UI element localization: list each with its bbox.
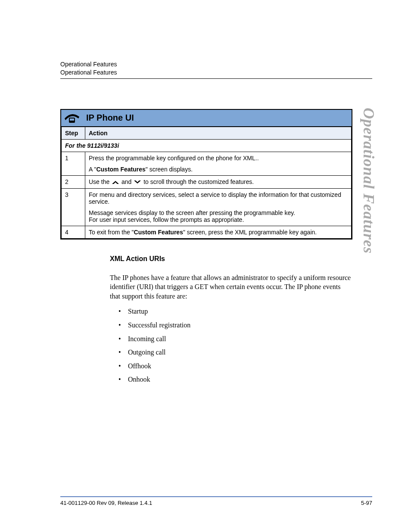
step-num: 2 [62,175,85,188]
list-item: Incoming call [118,334,351,344]
step-action: To exit from the "Custom Features" scree… [85,226,352,239]
phone-icon [64,112,81,124]
step-num: 3 [62,189,85,226]
down-arrow-icon [133,179,142,186]
table-row: 1 Press the programmable key configured … [62,152,352,175]
table-subheader-row: For the 9112i/9133i [62,139,352,152]
page-header: Operational Features Operational Feature… [60,60,372,79]
header-line-1: Operational Features [60,60,372,68]
footer-right: 5-97 [361,500,372,506]
step-action: Press the programmable key configured on… [85,152,352,175]
step-action: For menu and directory services, select … [85,189,352,226]
action-text: Press the programmable key configured on… [89,155,348,162]
action-text: A "Custom Features" screen displays. [89,166,348,173]
list-item: Offhook [118,361,351,371]
ip-phone-ui-title-bar: IP Phone UI [61,110,352,127]
col-action: Action [85,127,352,139]
content-body: XML Action URIs The IP phones have a fea… [110,254,351,384]
paragraph: The IP phones have a feature that allows… [110,273,351,301]
header-line-2: Operational Features [60,68,372,77]
step-num: 1 [62,152,85,175]
steps-table: Step Action For the 9112i/9133i 1 Press … [61,127,352,239]
step-action: Use the and to scroll through the custom… [85,175,352,188]
table-row: 4 To exit from the "Custom Features" scr… [62,226,352,239]
table-header-row: Step Action [62,127,352,139]
footer-line: 41-001129-00 Rev 09, Release 1.4.1 5-97 [60,500,372,506]
list-item: Onhook [118,375,351,384]
svg-rect-1 [70,118,74,121]
col-step: Step [62,127,85,139]
action-text: For menu and directory services, select … [89,191,348,205]
subheader-cell: For the 9112i/9133i [62,139,352,152]
ip-phone-ui-title: IP Phone UI [86,113,134,123]
subsection-title: XML Action URIs [110,254,351,264]
header-rule [60,78,372,79]
ip-phone-ui-box: IP Phone UI Step Action For the 9112i/91… [60,109,352,240]
action-text: For user input services, follow the prom… [89,216,348,223]
footer-rule [60,496,372,497]
list-item: Outgoing call [118,348,351,357]
up-arrow-icon [111,179,120,186]
list-item: Startup [118,307,351,316]
table-row: 2 Use the and to scroll through the cust… [62,175,352,188]
table-row: 3 For menu and directory services, selec… [62,189,352,226]
document-page: Operational Features Operational Feature… [0,0,411,532]
footer-left: 41-001129-00 Rev 09, Release 1.4.1 [60,500,152,506]
action-text: Message services display to the screen a… [89,209,348,216]
step-num: 4 [62,226,85,239]
bullet-list: Startup Successful registration Incoming… [118,307,351,384]
page-footer: 41-001129-00 Rev 09, Release 1.4.1 5-97 [60,493,372,506]
side-tab-label: Operational Features [360,108,378,254]
list-item: Successful registration [118,320,351,330]
